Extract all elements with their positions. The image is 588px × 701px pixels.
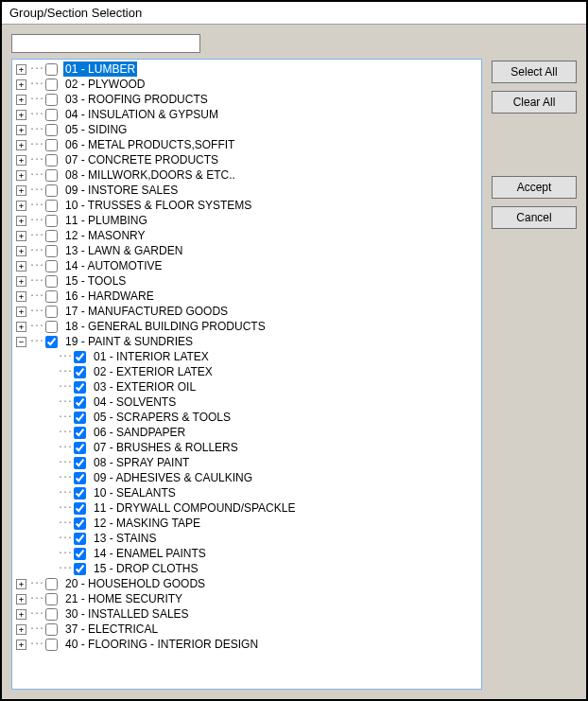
tree-child-node[interactable]: ···02 - EXTERIOR LATEX [16,364,481,379]
tree-node[interactable]: +···21 - HOME SECURITY [16,591,481,606]
node-checkbox[interactable] [45,578,58,590]
tree-node[interactable]: +···09 - INSTORE SALES [16,183,481,198]
tree-child-node[interactable]: ···15 - DROP CLOTHS [16,561,481,576]
node-checkbox[interactable] [45,79,58,91]
node-checkbox[interactable] [74,366,86,378]
node-label[interactable]: 02 - PLYWOOD [63,77,147,92]
tree-node[interactable]: +···40 - FLOORING - INTERIOR DESIGN [16,637,481,652]
node-label[interactable]: 05 - SCRAPERS & TOOLS [92,410,233,425]
node-checkbox[interactable] [45,215,58,227]
tree-node[interactable]: +···08 - MILLWORK,DOORS & ETC.. [16,167,481,183]
tree-node[interactable]: +···13 - LAWN & GARDEN [16,243,481,258]
node-checkbox[interactable] [74,457,86,469]
node-checkbox[interactable] [45,639,58,651]
node-label[interactable]: 12 - MASKING TAPE [92,516,202,531]
node-checkbox[interactable] [45,154,58,166]
node-label[interactable]: 05 - SIDING [63,122,129,137]
expand-icon[interactable]: + [16,261,26,272]
tree-node[interactable]: +···05 - SIDING [16,122,481,137]
node-label[interactable]: 08 - SPRAY PAINT [92,455,191,470]
node-checkbox[interactable] [74,472,86,484]
node-label[interactable]: 11 - PLUMBING [63,213,149,228]
node-checkbox[interactable] [45,169,58,182]
expand-icon[interactable]: + [16,216,26,226]
tree-node[interactable]: +···14 - AUTOMOTIVE [16,258,481,273]
expand-icon[interactable]: + [16,609,26,620]
node-checkbox[interactable] [74,381,86,394]
expand-icon[interactable]: + [16,307,26,317]
node-checkbox[interactable] [45,109,58,121]
node-label[interactable]: 10 - TRUSSES & FLOOR SYSTEMS [63,198,253,213]
tree-node[interactable]: +···03 - ROOFING PRODUCTS [16,92,481,107]
expand-icon[interactable]: + [16,64,26,75]
collapse-icon[interactable]: − [16,337,26,347]
node-label[interactable]: 06 - METAL PRODUCTS,SOFFIT [63,137,236,152]
node-checkbox[interactable] [45,623,58,636]
node-label[interactable]: 07 - BRUSHES & ROLLERS [92,440,240,455]
node-label[interactable]: 09 - ADHESIVES & CAULKING [92,470,254,485]
expand-icon[interactable]: + [16,231,26,241]
tree-child-node[interactable]: ···11 - DRYWALL COMPOUND/SPACKLE [16,500,481,516]
expand-icon[interactable]: + [16,110,26,120]
node-label[interactable]: 12 - MASONRY [63,228,147,243]
expand-icon[interactable]: + [16,95,26,105]
node-label[interactable]: 40 - FLOORING - INTERIOR DESIGN [63,637,260,652]
node-checkbox[interactable] [74,412,86,424]
tree-node[interactable]: +···20 - HOUSEHOLD GOODS [16,576,481,591]
node-checkbox[interactable] [45,63,58,76]
node-label[interactable]: 01 - INTERIOR LATEX [92,349,211,364]
node-checkbox[interactable] [45,608,58,621]
expand-icon[interactable]: + [16,185,26,196]
tree-child-node[interactable]: ···13 - STAINS [16,531,481,546]
node-label[interactable]: 14 - AUTOMOTIVE [63,258,164,273]
node-label[interactable]: 13 - STAINS [92,531,158,546]
tree-child-node[interactable]: ···09 - ADHESIVES & CAULKING [16,470,481,485]
node-label[interactable]: 20 - HOUSEHOLD GOODS [63,576,207,591]
node-checkbox[interactable] [45,321,58,333]
node-label[interactable]: 10 - SEALANTS [92,485,178,500]
node-checkbox[interactable] [74,502,86,515]
node-checkbox[interactable] [74,563,86,575]
tree-node[interactable]: +···37 - ELECTRICAL [16,622,481,637]
tree-child-node[interactable]: ···10 - SEALANTS [16,485,481,500]
node-label[interactable]: 03 - ROOFING PRODUCTS [63,92,210,107]
node-label[interactable]: 03 - EXTERIOR OIL [92,379,198,394]
node-label[interactable]: 08 - MILLWORK,DOORS & ETC.. [63,167,237,183]
tree-node[interactable]: −···19 - PAINT & SUNDRIES [16,334,481,349]
expand-icon[interactable]: + [16,624,26,635]
node-label[interactable]: 18 - GENERAL BUILDING PRODUCTS [63,319,268,334]
node-label[interactable]: 04 - INSULATION & GYPSUM [63,107,220,122]
tree-child-node[interactable]: ···12 - MASKING TAPE [16,516,481,531]
tree-child-node[interactable]: ···07 - BRUSHES & ROLLERS [16,440,481,455]
tree-child-node[interactable]: ···14 - ENAMEL PAINTS [16,546,481,561]
tree-node[interactable]: +···11 - PLUMBING [16,213,481,228]
node-checkbox[interactable] [45,230,58,242]
node-label[interactable]: 07 - CONCRETE PRODUCTS [63,152,220,167]
tree-child-node[interactable]: ···06 - SANDPAPER [16,425,481,440]
tree-node[interactable]: +···07 - CONCRETE PRODUCTS [16,152,481,167]
search-input[interactable] [11,34,200,53]
node-checkbox[interactable] [45,200,58,212]
node-label[interactable]: 11 - DRYWALL COMPOUND/SPACKLE [92,500,297,516]
node-label[interactable]: 21 - HOME SECURITY [63,591,184,606]
tree-scroll[interactable]: +···01 - LUMBER+···02 - PLYWOOD+···03 - … [12,60,481,689]
expand-icon[interactable]: + [16,322,26,332]
node-checkbox[interactable] [74,533,86,545]
expand-icon[interactable]: + [16,594,26,605]
expand-icon[interactable]: + [16,640,26,650]
tree-node[interactable]: +···30 - INSTALLED SALES [16,606,481,622]
node-checkbox[interactable] [45,275,58,288]
node-label[interactable]: 37 - ELECTRICAL [63,622,160,637]
node-checkbox[interactable] [74,427,86,439]
tree-node[interactable]: +···12 - MASONRY [16,228,481,243]
node-label[interactable]: 19 - PAINT & SUNDRIES [63,334,195,349]
tree-child-node[interactable]: ···08 - SPRAY PAINT [16,455,481,470]
node-checkbox[interactable] [74,487,86,499]
node-label[interactable]: 13 - LAWN & GARDEN [63,243,184,258]
node-label[interactable]: 15 - DROP CLOTHS [92,561,199,576]
node-label[interactable]: 17 - MANUFACTURED GOODS [63,304,230,319]
expand-icon[interactable]: + [16,140,26,150]
tree-node[interactable]: +···17 - MANUFACTURED GOODS [16,304,481,319]
clear-all-button[interactable]: Clear All [492,91,577,114]
node-checkbox[interactable] [74,442,86,454]
